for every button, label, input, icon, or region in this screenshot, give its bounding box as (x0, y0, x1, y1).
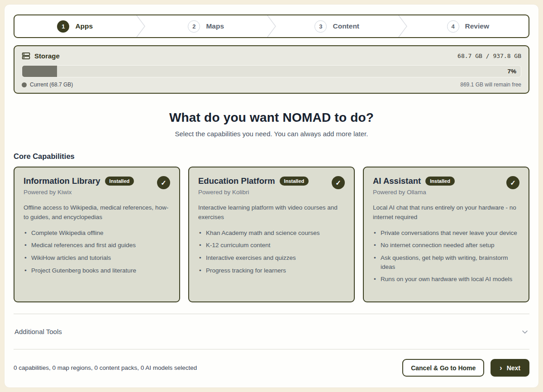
card-description: Offline access to Wikipedia, medical ref… (24, 203, 170, 222)
feature-item: Private conversations that never leave y… (373, 229, 519, 238)
step-separator-chevron-icon (267, 15, 276, 38)
cancel-button[interactable]: Cancel & Go to Home (402, 359, 484, 377)
additional-tools-label: Additional Tools (14, 328, 62, 335)
step-label: Content (333, 22, 359, 30)
step-separator-chevron-icon (398, 15, 408, 38)
feature-list: Khan Academy math and science courses K-… (198, 229, 345, 275)
chevron-right-icon: › (500, 364, 502, 372)
powered-by-label: Powered by Kiwix (24, 189, 134, 196)
step-maps[interactable]: 2 Maps (146, 15, 267, 37)
next-button[interactable]: › Next (491, 359, 529, 377)
storage-panel: Storage 68.7 GB / 937.8 GB 7% Current (6… (14, 45, 529, 94)
storage-title: Storage (34, 52, 60, 60)
legend-current-label: Current (68.7 GB) (30, 81, 73, 88)
check-icon[interactable]: ✓ (332, 176, 345, 189)
installed-badge: Installed (425, 177, 455, 186)
step-apps[interactable]: 1 Apps (14, 15, 136, 37)
check-icon[interactable]: ✓ (157, 176, 170, 189)
check-icon[interactable]: ✓ (506, 176, 519, 189)
feature-item: Progress tracking for learners (198, 266, 345, 275)
wizard-stepper: 1 Apps 2 Maps 3 Content 4 Review (14, 14, 529, 38)
selection-summary: 0 capabilities, 0 map regions, 0 content… (14, 364, 197, 371)
card-description: Interactive learning platform with video… (198, 203, 345, 222)
step-label: Apps (75, 22, 93, 30)
installed-badge: Installed (105, 177, 134, 186)
core-capabilities-heading: Core Capabilities (14, 152, 529, 161)
feature-item: Runs on your own hardware with local AI … (373, 275, 519, 284)
setup-wizard-page: 1 Apps 2 Maps 3 Content 4 Review (4, 4, 539, 388)
card-title: Education Platform (198, 176, 275, 186)
chevron-down-icon (521, 328, 529, 335)
step-number-badge: 1 (57, 20, 69, 33)
capability-cards: Information Library Installed Powered by… (14, 167, 529, 302)
page-subtitle: Select the capabilities you need. You ca… (14, 130, 529, 138)
feature-item: Project Gutenberg books and literature (24, 266, 170, 275)
feature-item: Ask questions, get help with writing, br… (373, 253, 519, 271)
step-label: Review (465, 22, 489, 30)
card-title: AI Assistant (373, 176, 421, 186)
card-information-library[interactable]: Information Library Installed Powered by… (14, 167, 180, 302)
card-ai-assistant[interactable]: AI Assistant Installed Powered by Ollama… (363, 167, 529, 302)
step-label: Maps (206, 22, 224, 30)
feature-item: Complete Wikipedia offline (24, 229, 170, 238)
card-education-platform[interactable]: Education Platform Installed Powered by … (188, 167, 355, 302)
step-separator-chevron-icon (136, 15, 146, 38)
feature-item: No internet connection needed after setu… (373, 241, 519, 250)
storage-progress-bar: 7% (22, 65, 521, 77)
step-number-badge: 4 (447, 20, 459, 33)
feature-item: K-12 curriculum content (198, 241, 345, 250)
legend-current-dot-icon (22, 82, 27, 87)
feature-item: Interactive exercises and quizzes (198, 253, 345, 263)
feature-item: Khan Academy math and science courses (198, 229, 345, 238)
card-description: Local AI chat that runs entirely on your… (373, 203, 519, 222)
storage-percent-label: 7% (507, 66, 516, 77)
step-review[interactable]: 4 Review (408, 15, 529, 37)
step-number-badge: 2 (188, 20, 200, 33)
page-title: What do you want NOMAD to do? (14, 110, 529, 125)
additional-tools-toggle[interactable]: Additional Tools (14, 314, 529, 349)
powered-by-label: Powered by Kolibri (198, 189, 309, 196)
feature-list: Complete Wikipedia offline Medical refer… (24, 229, 170, 275)
feature-item: Medical references and first aid guides (24, 241, 170, 250)
step-number-badge: 3 (314, 20, 327, 33)
next-button-label: Next (507, 364, 520, 372)
feature-list: Private conversations that never leave y… (373, 229, 519, 284)
step-content[interactable]: 3 Content (276, 15, 398, 37)
storage-progress-fill (22, 66, 57, 77)
powered-by-label: Powered by Ollama (373, 189, 455, 196)
installed-badge: Installed (280, 177, 309, 186)
feature-item: WikiHow articles and tutorials (24, 253, 170, 263)
storage-usage-value: 68.7 GB / 937.8 GB (457, 53, 521, 59)
storage-drive-icon (22, 52, 30, 60)
storage-remaining-label: 869.1 GB will remain free (460, 81, 521, 88)
card-title: Information Library (24, 176, 100, 186)
